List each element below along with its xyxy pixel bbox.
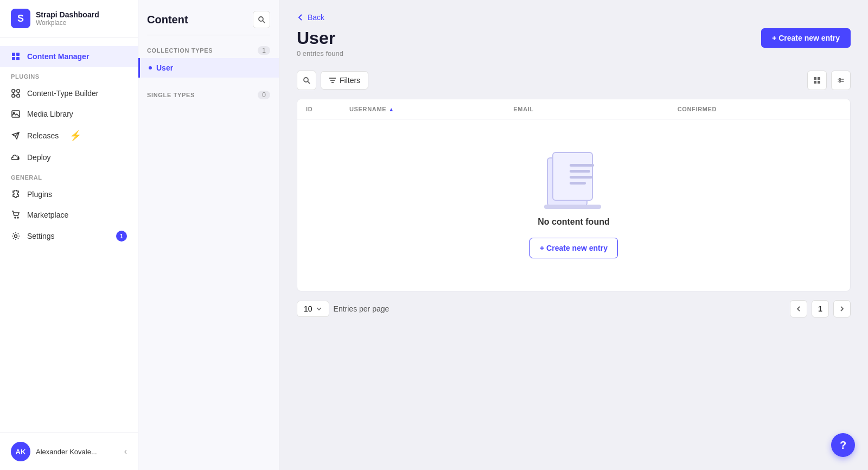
prev-page-button[interactable] [790, 300, 807, 317]
settings-columns-button[interactable] [831, 71, 851, 90]
grid-view-button[interactable] [807, 71, 827, 90]
sidebar-item-label: Releases [27, 131, 59, 140]
table-wrapper: ID USERNAME ▲ EMAIL CONFIRMED [297, 99, 851, 291]
toolbar-left: Filters [297, 71, 368, 90]
page-nav: 1 [790, 300, 851, 317]
svg-point-19 [304, 78, 308, 82]
sidebar-item-label: Deploy [27, 153, 51, 162]
sidebar-item-media-library[interactable]: Media Library [0, 104, 138, 124]
back-label: Back [308, 13, 324, 22]
single-types-section: SINGLE TYPES 0 [138, 86, 279, 103]
sidebar-item-label: Content Manager [27, 52, 89, 61]
sidebar-item-label: Marketplace [27, 211, 68, 219]
sidebar-header: S Strapi Dashboard Workplace [0, 0, 138, 37]
content-panel-header: Content [138, 0, 279, 35]
page-title-block: User 0 entries found [297, 28, 343, 58]
puzzle-icon [11, 88, 21, 98]
create-new-entry-button[interactable]: + Create new entry [761, 28, 851, 48]
svg-point-16 [15, 235, 17, 238]
content-type-user[interactable]: User [138, 58, 279, 78]
single-types-count: 0 [258, 91, 270, 99]
app-logo: S [11, 9, 30, 28]
main-area: Back User 0 entries found + Create new e… [279, 0, 868, 470]
per-page-dropdown[interactable]: 10 [297, 301, 329, 317]
sidebar: S Strapi Dashboard Workplace Content Man… [0, 0, 138, 470]
settings-badge: 1 [116, 231, 127, 242]
per-page-label: Entries per page [334, 304, 390, 313]
sidebar-item-deploy[interactable]: Deploy [0, 147, 138, 168]
gear-icon [11, 231, 21, 241]
svg-line-18 [263, 21, 265, 23]
pagination: 10 Entries per page 1 [297, 300, 851, 317]
toolbar-right [807, 71, 851, 90]
page-header: User 0 entries found + Create new entry [297, 28, 851, 58]
filters-button[interactable]: Filters [321, 71, 368, 90]
sidebar-item-settings[interactable]: Settings 1 [0, 225, 138, 247]
current-page: 1 [812, 300, 829, 317]
sidebar-item-label: Media Library [27, 110, 73, 118]
svg-point-25 [839, 79, 841, 80]
chevron-down-icon [316, 306, 322, 312]
sidebar-item-content-manager[interactable]: Content Manager [0, 46, 138, 67]
col-confirmed[interactable]: CONFIRMED [678, 106, 841, 112]
collapse-sidebar-btn[interactable]: ‹ [124, 447, 127, 456]
image-icon [11, 109, 21, 119]
svg-rect-0 [12, 53, 15, 56]
svg-point-15 [17, 217, 18, 218]
user-name: Alexander Kovale... [36, 448, 119, 456]
send-icon [11, 131, 21, 141]
content-panel-title: Content [147, 14, 188, 26]
svg-rect-3 [16, 57, 20, 60]
collection-types-count: 1 [258, 46, 270, 55]
col-username[interactable]: USERNAME ▲ [349, 106, 513, 112]
lightning-icon: ⚡ [69, 130, 81, 142]
empty-illustration [541, 152, 607, 206]
svg-rect-2 [12, 57, 15, 60]
col-email[interactable]: EMAIL [513, 106, 677, 112]
svg-rect-22 [818, 77, 820, 80]
svg-line-20 [308, 81, 310, 84]
col-id[interactable]: ID [306, 106, 349, 112]
back-link[interactable]: Back [297, 13, 324, 22]
sidebar-nav: Content Manager PLUGINS Content-Type Bui… [0, 37, 138, 433]
general-section-label: GENERAL [0, 168, 138, 184]
per-page-value: 10 [304, 304, 312, 313]
create-new-entry-empty-button[interactable]: + Create new entry [529, 238, 618, 258]
cart-icon [11, 210, 21, 220]
content-search-button[interactable] [253, 11, 270, 28]
next-page-button[interactable] [833, 300, 851, 317]
app-workspace: Workplace [36, 19, 99, 27]
svg-rect-6 [12, 94, 15, 97]
grid-icon [11, 52, 21, 61]
avatar: AK [11, 442, 30, 461]
sidebar-item-releases[interactable]: Releases ⚡ [0, 124, 138, 147]
doc-line [570, 164, 594, 167]
sidebar-item-content-type-builder[interactable]: Content-Type Builder [0, 83, 138, 104]
content-panel: Content COLLECTION TYPES 1 User SINGLE T… [138, 0, 279, 470]
svg-rect-24 [818, 81, 820, 84]
sidebar-item-marketplace[interactable]: Marketplace [0, 205, 138, 225]
sidebar-item-label: Settings [27, 232, 55, 240]
sidebar-item-plugins[interactable]: Plugins [0, 184, 138, 205]
doc-lines [570, 164, 594, 185]
help-button[interactable]: ? [831, 433, 855, 457]
doc-line [570, 176, 592, 179]
svg-rect-5 [17, 90, 20, 92]
sidebar-footer: AK Alexander Kovale... ‹ [0, 433, 138, 470]
doc-front [552, 152, 593, 201]
main-content: Back User 0 entries found + Create new e… [279, 0, 868, 470]
table-search-button[interactable] [297, 71, 316, 90]
collection-types-label: COLLECTION TYPES [147, 47, 213, 54]
empty-state: No content found + Create new entry [297, 119, 850, 291]
empty-message: No content found [538, 217, 609, 227]
app-name: Strapi Dashboard [36, 10, 99, 19]
sort-asc-icon: ▲ [388, 106, 394, 112]
content-type-label: User [156, 63, 173, 72]
sidebar-item-label: Plugins [27, 190, 52, 199]
active-dot [149, 66, 152, 69]
collection-types-section: COLLECTION TYPES 1 [138, 42, 279, 58]
sidebar-item-label: Content-Type Builder [27, 89, 99, 98]
svg-point-26 [839, 81, 841, 82]
doc-shadow-right [558, 205, 601, 209]
doc-line [570, 182, 586, 185]
